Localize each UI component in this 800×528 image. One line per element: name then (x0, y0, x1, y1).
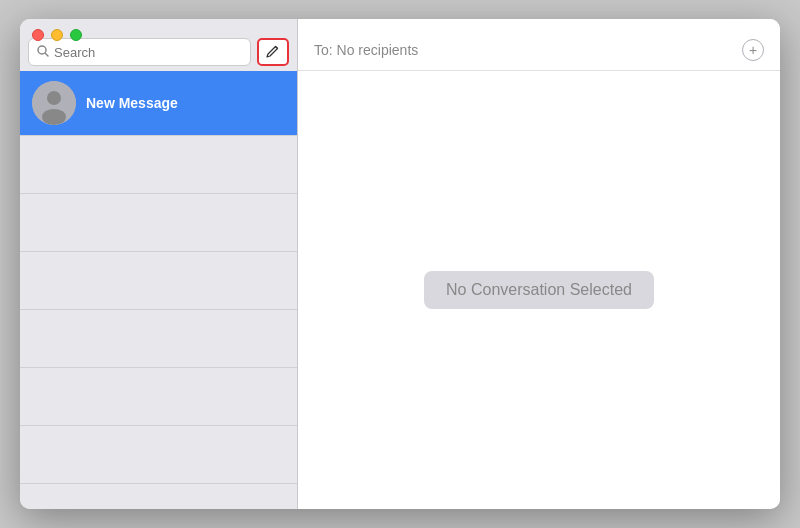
to-recipients-label: To: No recipients (314, 42, 742, 58)
content-header: To: No recipients + (298, 19, 780, 71)
add-recipient-button[interactable]: + (742, 39, 764, 61)
svg-point-4 (42, 109, 66, 125)
svg-line-1 (46, 53, 49, 56)
empty-row (20, 136, 297, 194)
search-input[interactable] (54, 45, 242, 60)
search-icon (37, 45, 49, 60)
conversation-list: New Message (20, 71, 297, 509)
no-conversation-badge: No Conversation Selected (424, 271, 654, 309)
search-bar[interactable] (28, 38, 251, 66)
messages-window: New Message To: No recipients (20, 19, 780, 509)
no-conversation-text: No Conversation Selected (446, 281, 632, 298)
no-conversation-container: No Conversation Selected (298, 71, 780, 509)
main-layout: New Message To: No recipients (20, 19, 780, 509)
close-button[interactable] (32, 29, 44, 41)
svg-point-0 (38, 46, 46, 54)
maximize-button[interactable] (70, 29, 82, 41)
empty-row (20, 310, 297, 368)
conversation-item[interactable]: New Message (20, 71, 297, 136)
traffic-lights (32, 29, 82, 41)
avatar (32, 81, 76, 125)
empty-rows (20, 136, 297, 484)
conversation-name: New Message (86, 95, 285, 111)
compose-icon (266, 44, 280, 61)
conversation-info: New Message (86, 95, 285, 111)
empty-row (20, 426, 297, 484)
svg-point-3 (47, 91, 61, 105)
empty-row (20, 368, 297, 426)
sidebar: New Message (20, 19, 298, 509)
empty-row (20, 252, 297, 310)
sidebar-header (20, 19, 297, 71)
content-area: To: No recipients + No Conversation Sele… (298, 19, 780, 509)
compose-button[interactable] (257, 38, 289, 66)
empty-row (20, 194, 297, 252)
minimize-button[interactable] (51, 29, 63, 41)
plus-icon: + (749, 42, 757, 58)
